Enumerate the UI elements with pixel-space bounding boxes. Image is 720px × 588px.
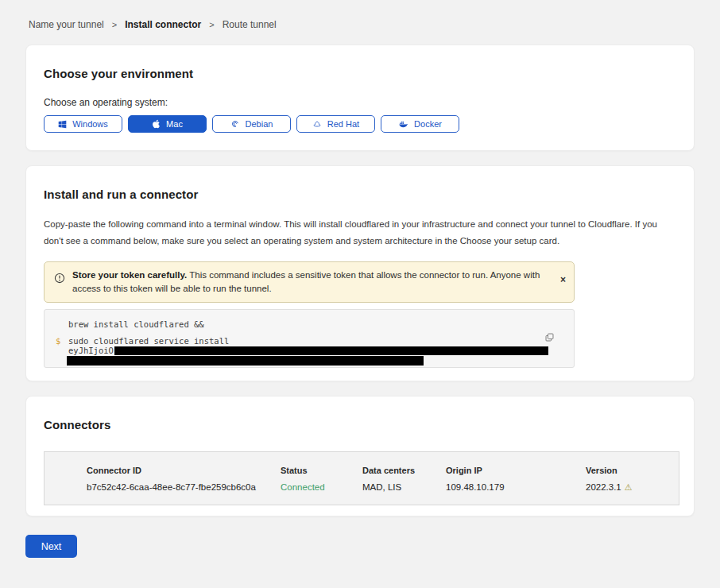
breadcrumb-step-name-your-tunnel[interactable]: Name your tunnel [29, 19, 104, 30]
redhat-icon [312, 119, 322, 129]
code-line-install: sudo cloudflared service install [68, 337, 229, 346]
install-connector-card: Install and run a connector Copy-paste t… [25, 165, 695, 381]
token-prefix: eyJhIjoiO [68, 346, 114, 355]
code-line-brew: brew install cloudflared && [68, 320, 204, 329]
windows-icon [58, 120, 67, 129]
connectors-table: Connector ID Status Data centers Origin … [44, 451, 679, 505]
connectors-card-title: Connectors [44, 418, 676, 431]
data-centers-value: MAD, LIS [362, 482, 446, 492]
col-header-version: Version [586, 466, 660, 475]
status-badge: Connected [281, 482, 362, 492]
connectors-card: Connectors Connector ID Status Data cent… [25, 396, 695, 516]
docker-icon [398, 119, 408, 129]
os-button-mac[interactable]: Mac [128, 115, 207, 133]
connectors-table-header: Connector ID Status Data centers Origin … [87, 466, 660, 475]
token-warning-title: Store your token carefully. [72, 270, 187, 280]
breadcrumb-separator: > [209, 20, 214, 29]
install-command-code-block: brew install cloudflared && $ sudo cloud… [44, 309, 575, 368]
version-number: 2022.3.1 [586, 482, 621, 492]
info-circle-icon [54, 273, 65, 287]
shell-prompt: $ [56, 337, 68, 346]
os-button-label: Mac [166, 119, 183, 129]
os-button-label: Windows [72, 119, 108, 129]
origin-ip-value: 109.48.10.179 [446, 482, 586, 492]
os-button-label: Debian [246, 119, 273, 129]
install-description: Copy-paste the following command into a … [44, 216, 676, 250]
col-header-data-centers: Data centers [362, 466, 446, 475]
copy-icon[interactable] [544, 332, 555, 345]
warning-triangle-icon: ⚠ [625, 483, 633, 492]
tunnel-setup-page: Name your tunnel > Install connector > R… [0, 0, 720, 588]
os-button-label: Docker [414, 119, 442, 129]
os-button-redhat[interactable]: Red Hat [296, 115, 375, 133]
col-header-origin-ip: Origin IP [446, 466, 586, 475]
col-header-status: Status [281, 466, 362, 475]
apple-icon [152, 119, 161, 129]
install-card-title: Install and run a connector [44, 188, 676, 201]
environment-card-title: Choose your environment [44, 67, 676, 80]
next-button[interactable]: Next [25, 535, 77, 558]
version-value: 2022.3.1 ⚠ [586, 482, 660, 492]
breadcrumb-separator: > [112, 20, 117, 29]
os-button-label: Red Hat [327, 119, 359, 129]
breadcrumb-step-install-connector[interactable]: Install connector [125, 19, 201, 30]
close-icon[interactable]: × [560, 275, 566, 284]
breadcrumb-step-route-tunnel[interactable]: Route tunnel [223, 19, 277, 30]
environment-card: Choose your environment Choose an operat… [25, 44, 695, 151]
redacted-token-bar [114, 346, 548, 355]
table-row: b7c52c42-6caa-48ee-8c77-fbe259cb6c0a Con… [87, 482, 660, 492]
token-warning-banner: Store your token carefully. This command… [44, 261, 575, 303]
connector-id-value: b7c52c42-6caa-48ee-8c77-fbe259cb6c0a [87, 482, 281, 492]
token-warning-text: Store your token carefully. This command… [72, 269, 543, 296]
col-header-connector-id: Connector ID [87, 466, 281, 475]
os-select-label: Choose an operating system: [44, 97, 676, 108]
os-button-docker[interactable]: Docker [381, 115, 459, 133]
os-button-windows[interactable]: Windows [44, 115, 122, 133]
os-button-group: Windows Mac Debian Red Hat [44, 115, 676, 133]
redacted-token-bar [67, 356, 424, 366]
debian-icon [230, 119, 240, 129]
os-button-debian[interactable]: Debian [212, 115, 291, 133]
breadcrumb: Name your tunnel > Install connector > R… [0, 0, 720, 30]
